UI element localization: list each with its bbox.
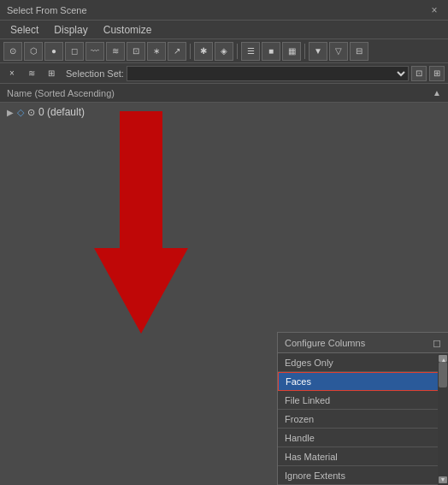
- config-panel-header: Configure Columns ◻: [278, 333, 448, 353]
- tb-bones[interactable]: ↗: [168, 42, 186, 61]
- menu-select[interactable]: Select: [3, 22, 45, 38]
- config-item-file-linked[interactable]: File Linked: [278, 391, 448, 410]
- tb-separator-3: [304, 44, 305, 59]
- close-button[interactable]: ×: [427, 4, 441, 16]
- toolbar: ⊙ ⬡ ● ◻ 〰 ≋ ⊡ ∗ ↗ ✱ ◈ ☰ ■ ▦ ▼ ▽ ⊟: [0, 39, 448, 63]
- configure-columns-panel: Configure Columns ◻ Edges Only Faces Fil…: [277, 332, 448, 485]
- config-item-faces[interactable]: Faces: [278, 372, 448, 391]
- layers-icon-button[interactable]: ⊞: [43, 66, 60, 81]
- list-item-label: 0 (default): [38, 106, 85, 118]
- list-item[interactable]: ▶ ◇ ⊙ 0 (default): [0, 103, 448, 121]
- tb-list-view[interactable]: ☰: [241, 42, 260, 61]
- title-bar: Select From Scene ×: [0, 0, 448, 21]
- tb-geometry[interactable]: ⬡: [24, 42, 43, 61]
- config-item-handle[interactable]: Handle: [278, 429, 448, 447]
- config-item-has-material[interactable]: Has Material: [278, 447, 448, 466]
- filter-save-button[interactable]: ⊡: [411, 66, 427, 81]
- expand-icon: ▶: [7, 108, 14, 117]
- layer-icon-circle: ⊙: [27, 107, 35, 118]
- selection-set-dropdown[interactable]: [127, 66, 409, 81]
- config-panel-close-button[interactable]: ◻: [433, 337, 441, 349]
- config-item-ignore-extents[interactable]: Ignore Extents: [278, 466, 448, 485]
- scrollbar-up-arrow[interactable]: ▲: [439, 355, 447, 362]
- tb-cameras[interactable]: 〰: [85, 42, 104, 61]
- tb-toggle2[interactable]: ◈: [215, 42, 233, 61]
- tb-particles[interactable]: ∗: [147, 42, 166, 61]
- selection-set-label: Selection Set:: [66, 68, 124, 79]
- tb-toggle1[interactable]: ✱: [194, 42, 213, 61]
- red-arrow-annotation: [51, 103, 222, 342]
- scrollbar-thumb: [439, 362, 447, 387]
- config-item-frozen[interactable]: Frozen: [278, 410, 448, 429]
- menu-display[interactable]: Display: [47, 22, 94, 38]
- column-header: Name (Sorted Ascending) ▲: [0, 84, 448, 103]
- tb-shapes[interactable]: ●: [44, 42, 63, 61]
- config-columns-list: Edges Only Faces File Linked Frozen Hand…: [278, 353, 448, 485]
- config-scrollbar[interactable]: ▲ ▼: [438, 353, 448, 485]
- tb-separator-1: [190, 44, 191, 59]
- sort-arrow-icon: ▲: [433, 88, 441, 98]
- column-header-text: Name (Sorted Ascending): [7, 88, 115, 98]
- list-area: ▶ ◇ ⊙ 0 (default): [0, 103, 448, 342]
- tb-separator-2: [237, 44, 238, 59]
- menu-customize[interactable]: Customize: [97, 22, 159, 38]
- tb-lights[interactable]: ◻: [65, 42, 84, 61]
- tb-select-all[interactable]: ⊙: [3, 42, 22, 61]
- filter-icon-button[interactable]: ≋: [23, 66, 40, 81]
- config-panel-title: Configure Columns: [285, 338, 365, 348]
- tb-icon-view[interactable]: ■: [262, 42, 280, 61]
- scrollbar-down-arrow[interactable]: ▼: [439, 476, 447, 483]
- layer-icon-diamond: ◇: [17, 107, 24, 118]
- scrollbar-track: [439, 362, 447, 476]
- tb-options[interactable]: ⊟: [350, 42, 368, 61]
- svg-marker-1: [94, 111, 188, 334]
- filter-load-button[interactable]: ⊞: [429, 66, 445, 81]
- tb-filter2[interactable]: ▽: [329, 42, 348, 61]
- menu-bar: Select Display Customize: [0, 21, 448, 39]
- clear-filter-button[interactable]: ×: [3, 66, 21, 81]
- config-item-edges-only[interactable]: Edges Only: [278, 353, 448, 372]
- tb-filter[interactable]: ▼: [309, 42, 327, 61]
- filter-bar: × ≋ ⊞ Selection Set: ⊡ ⊞: [0, 63, 448, 84]
- tb-helpers[interactable]: ≋: [106, 42, 125, 61]
- tb-spacewarps[interactable]: ⊡: [127, 42, 145, 61]
- window-title: Select From Scene: [7, 5, 87, 15]
- tb-detail-view[interactable]: ▦: [282, 42, 301, 61]
